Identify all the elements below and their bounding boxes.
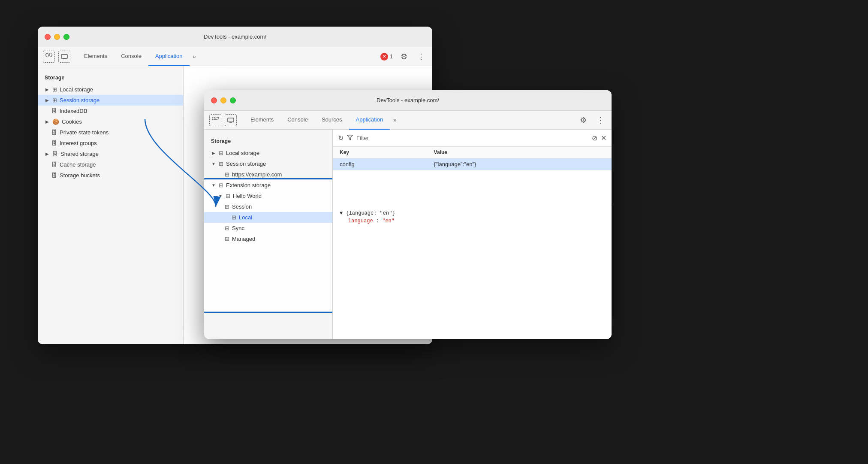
minimize-button-back[interactable] <box>54 34 60 40</box>
sidebar-private-state-tokens-back[interactable]: 🗄 Private state tokens <box>38 127 183 138</box>
grid-icon-managed-front: ⊞ <box>225 236 229 242</box>
grid-icon-local-front: ⊞ <box>219 150 223 156</box>
sidebar-local-front[interactable]: ⊞ Local <box>204 212 332 223</box>
arrow-cookies-back: ▶ <box>45 119 50 124</box>
device-icon-front[interactable] <box>225 114 237 126</box>
filter-input-front[interactable] <box>356 135 588 141</box>
svg-rect-1 <box>49 54 52 56</box>
tab-application-front[interactable]: Application <box>349 111 390 130</box>
refresh-icon-front[interactable]: ↻ <box>338 134 344 142</box>
maximize-button-front[interactable] <box>230 97 236 103</box>
title-bar-front: DevTools - example.com/ <box>204 90 612 111</box>
filter-icon-front <box>347 134 353 142</box>
clear-icon-front[interactable]: ✕ <box>601 134 606 142</box>
tab-bar-icons-front <box>209 114 237 126</box>
more-icon-front[interactable]: ⋮ <box>594 114 606 126</box>
tab-more-back[interactable]: » <box>190 53 199 60</box>
svg-marker-9 <box>347 135 353 140</box>
maximize-button-back[interactable] <box>63 34 69 40</box>
arrow-ext-front: ▼ <box>211 183 216 188</box>
db-icon-cache-back: 🗄 <box>51 161 57 168</box>
sidebar-cookies-back[interactable]: ▶ 🍪 Cookies <box>38 116 183 127</box>
sidebar-local-storage-front[interactable]: ▶ ⊞ Local storage <box>204 148 332 158</box>
sidebar-storage-buckets-back[interactable]: 🗄 Storage buckets <box>38 170 183 181</box>
tab-elements-back[interactable]: Elements <box>77 47 114 66</box>
tab-sources-front[interactable]: Sources <box>315 111 349 130</box>
settings-icon-front[interactable]: ⚙ <box>577 114 589 126</box>
tab-bar-icons-back <box>43 51 70 63</box>
db-icon-indexeddb-back: 🗄 <box>51 108 57 114</box>
sidebar-interest-groups-back[interactable]: 🗄 Interest groups <box>38 138 183 149</box>
grid-icon-ses-front: ⊞ <box>225 203 229 210</box>
main-content-front: Storage ▶ ⊞ Local storage ▼ ⊞ Session st… <box>204 130 612 339</box>
tab-more-front[interactable]: » <box>390 117 400 123</box>
table-cell-value: {"language":"en"} <box>427 158 612 170</box>
sidebar-local-storage-back[interactable]: ▶ ⊞ Local storage <box>38 84 183 95</box>
filter-bar-front: ↻ ⊘ ✕ <box>333 130 612 147</box>
cookie-icon-back: 🍪 <box>52 118 59 125</box>
tab-bar-right-front: ⚙ ⋮ <box>577 114 606 126</box>
close-button-back[interactable] <box>45 34 51 40</box>
tab-bar-right-back: ✕ 1 ⚙ ⋮ <box>380 51 427 63</box>
error-dot-back: ✕ <box>380 53 388 61</box>
sidebar-cache-storage-back[interactable]: 🗄 Cache storage <box>38 159 183 170</box>
sidebar-session-front[interactable]: ⊞ Session <box>204 201 332 212</box>
table-row[interactable]: config {"language":"en"} <box>333 158 612 170</box>
tab-console-back[interactable]: Console <box>114 47 148 66</box>
arrow-session-back: ▶ <box>45 98 50 103</box>
svg-rect-6 <box>216 117 218 120</box>
arrow-local-front: ▶ <box>211 151 216 155</box>
db-icon-shared-back: 🗄 <box>52 151 58 157</box>
block-icon-front[interactable]: ⊘ <box>592 134 597 142</box>
tab-bar-back: Elements Console Application » ✕ 1 ⚙ ⋮ <box>38 47 432 66</box>
title-bar-back: DevTools - example.com/ <box>38 27 432 47</box>
inspector-icon[interactable] <box>43 51 55 63</box>
svg-rect-0 <box>46 54 48 56</box>
storage-label-back: Storage <box>38 73 183 84</box>
more-icon-back[interactable]: ⋮ <box>415 51 427 63</box>
sidebar-shared-storage-back[interactable]: ▶ 🗄 Shared storage <box>38 149 183 159</box>
traffic-lights-front <box>211 97 236 103</box>
extension-storage-group: ▼ ⊞ Extension storage ▼ ⊞ Hello World ⊞ … <box>204 180 332 244</box>
db-icon-ig-back: 🗄 <box>51 140 57 146</box>
table-cell-key: config <box>333 158 427 170</box>
minimize-button-front[interactable] <box>220 97 226 103</box>
devtools-window-front: DevTools - example.com/ Elements Console <box>204 90 612 339</box>
sidebar-extension-storage-front[interactable]: ▼ ⊞ Extension storage <box>204 180 332 191</box>
svg-rect-5 <box>212 117 215 120</box>
inspector-icon-front[interactable] <box>209 114 221 126</box>
sidebar-hello-world-front[interactable]: ▼ ⊞ Hello World <box>204 191 332 201</box>
arrow-hw-front: ▼ <box>218 194 223 198</box>
col-key-header: Key <box>333 147 427 158</box>
sidebar-session-url-front[interactable]: ⊞ https://example.com <box>204 169 332 180</box>
storage-label-front: Storage <box>204 136 332 148</box>
traffic-lights-back <box>45 34 69 40</box>
preview-property: language : "en" <box>340 218 605 224</box>
sidebar-session-storage-front[interactable]: ▼ ⊞ Session storage <box>204 158 332 169</box>
tab-elements-front[interactable]: Elements <box>244 111 280 130</box>
svg-rect-2 <box>61 55 67 58</box>
sidebar-session-storage-back[interactable]: ▶ ⊞ Session storage <box>38 95 183 106</box>
tab-console-front[interactable]: Console <box>280 111 315 130</box>
sidebar-managed-front[interactable]: ⊞ Managed <box>204 234 332 244</box>
close-button-front[interactable] <box>211 97 217 103</box>
sidebar-indexeddb-back[interactable]: 🗄 IndexedDB <box>38 106 183 116</box>
grid-icon-sync-front: ⊞ <box>225 225 229 231</box>
window-title-front: DevTools - example.com/ <box>377 97 439 103</box>
grid-icon-session-back: ⊞ <box>52 97 57 103</box>
sidebar-back: Storage ▶ ⊞ Local storage ▶ ⊞ Session st… <box>38 66 184 344</box>
grid-icon-local-back: ⊞ <box>52 86 57 93</box>
tab-bar-front: Elements Console Sources Application » ⚙… <box>204 111 612 130</box>
grid-icon-loc-front: ⊞ <box>232 214 236 221</box>
grid-icon-hw-front: ⊞ <box>226 193 230 199</box>
settings-icon-back[interactable]: ⚙ <box>398 51 410 63</box>
grid-icon-ext-front: ⊞ <box>219 182 223 188</box>
arrow-session-front: ▼ <box>211 161 216 166</box>
db-icon-buckets-back: 🗄 <box>51 172 57 179</box>
grid-icon-session-front: ⊞ <box>219 161 223 167</box>
col-value-header: Value <box>427 147 612 158</box>
sidebar-sync-front[interactable]: ⊞ Sync <box>204 223 332 234</box>
window-title-back: DevTools - example.com/ <box>204 33 266 40</box>
device-icon[interactable] <box>58 51 70 63</box>
tab-application-back[interactable]: Application <box>148 47 190 66</box>
